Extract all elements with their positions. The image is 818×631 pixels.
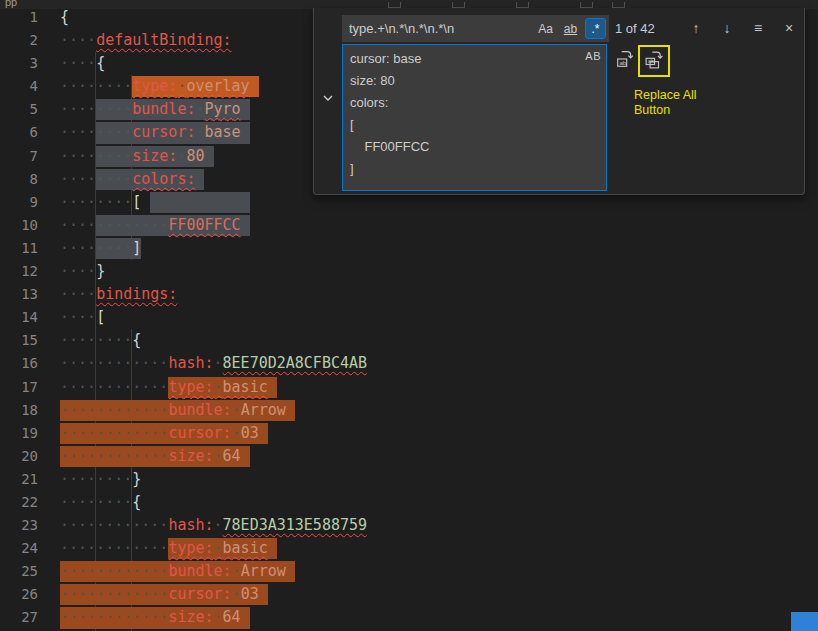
line-number: 12	[0, 260, 46, 283]
annotation-line: Replace All	[634, 88, 697, 103]
line-number: 24	[0, 537, 46, 560]
whitespace-dots: ········	[60, 170, 132, 188]
token-punct: {	[132, 331, 141, 349]
line-number: 10	[0, 214, 46, 237]
line-number: 21	[0, 468, 46, 491]
line-number: 17	[0, 376, 46, 399]
line-number: 27	[0, 606, 46, 629]
annotation-label: Replace All Button	[634, 88, 697, 118]
token-punct: {	[60, 8, 69, 26]
next-match-button[interactable]: ↓	[716, 17, 738, 39]
code-line-18[interactable]: ············bundle:·Arrow	[60, 399, 818, 422]
token-num: 03	[241, 585, 259, 603]
whitespace-dots: ·	[232, 562, 241, 580]
token-punct: ]	[132, 239, 141, 257]
token-key: hash:	[168, 354, 213, 372]
blue-corner-fragment	[791, 612, 818, 631]
whitespace-dots: ····	[60, 31, 96, 49]
token-val: basic	[223, 378, 268, 396]
whitespace-dots: ·	[214, 447, 223, 465]
code-line-13[interactable]: ····bindings:	[60, 283, 818, 306]
regex-toggle[interactable]: .*	[585, 18, 606, 39]
line-number: 15	[0, 329, 46, 352]
whitespace-dots: ········	[60, 77, 132, 95]
code-line-25[interactable]: ············bundle:·Arrow	[60, 560, 818, 583]
code-line-15[interactable]: ········{	[60, 329, 818, 352]
whitespace-dots: ············	[60, 539, 168, 557]
toggle-replace-chevron-button[interactable]	[319, 90, 337, 108]
whitespace-dots: ············	[60, 354, 168, 372]
match-case-toggle[interactable]: Aa	[535, 18, 556, 39]
preserve-case-toggle[interactable]: AB	[585, 50, 601, 62]
code-line-23[interactable]: ············hash:·78ED3A313E588759	[60, 514, 818, 537]
code-line-22[interactable]: ········{	[60, 491, 818, 514]
token-key: type:	[168, 539, 213, 557]
find-in-selection-button[interactable]: ≡	[747, 17, 769, 39]
code-line-24[interactable]: ············type:·basic	[60, 537, 818, 560]
gutter: 1234567891011121314151617181920212223242…	[0, 0, 46, 631]
replace-input[interactable]: cursor: base size: 80 colors: [ FF00FFCC…	[342, 44, 607, 191]
code-line-10[interactable]: ············FF00FFCC	[60, 214, 818, 237]
token-val: base	[205, 123, 241, 141]
replace-all-icon: ab	[645, 51, 663, 69]
code-line-27[interactable]: ············size:·64	[60, 606, 818, 629]
whitespace-dots: ············	[60, 608, 168, 626]
svg-text:ab: ab	[648, 58, 654, 64]
token-key: size:	[168, 447, 213, 465]
whitespace-dots: ············	[60, 378, 168, 396]
code-line-16[interactable]: ············hash:·8EE70D2A8CFBC4AB	[60, 352, 818, 375]
line-number: 7	[0, 145, 46, 168]
code-line-17[interactable]: ············type:·basic	[60, 376, 818, 399]
whitespace-dots: ·	[195, 100, 204, 118]
replace-all-button[interactable]: ab	[642, 49, 667, 74]
whitespace-dots: ········	[60, 493, 132, 511]
replace-icon: ab	[616, 50, 634, 68]
token-key: bindings:	[96, 285, 177, 303]
annotation-highlight-box: ab	[638, 45, 670, 77]
line-number: 5	[0, 98, 46, 121]
code-line-19[interactable]: ············cursor:·03	[60, 422, 818, 445]
whitespace-dots: ·	[214, 608, 223, 626]
token-key: type:	[132, 77, 177, 95]
whitespace-dots: ·	[214, 539, 223, 557]
whitespace-dots: ·	[214, 378, 223, 396]
token-key: size:	[132, 147, 177, 165]
annotation-line: Button	[634, 103, 697, 118]
match-count: 1 of 42	[615, 15, 655, 42]
whitespace-dots: ····	[60, 262, 96, 280]
find-query-text: type.+\n.*\n.*\n.*\n	[349, 21, 535, 36]
whitespace-dots: ········	[60, 470, 132, 488]
whole-word-toggle[interactable]: ab	[560, 18, 581, 39]
token-key: size:	[168, 608, 213, 626]
whitespace-dots: ········	[60, 100, 132, 118]
line-number: 9	[0, 191, 46, 214]
line-number: 25	[0, 560, 46, 583]
find-replace-widget: type.+\n.*\n.*\n.*\n Aa ab .* 1 of 42 ↑ …	[313, 8, 805, 195]
previous-match-button[interactable]: ↑	[685, 17, 707, 39]
whitespace-dots: ········	[60, 147, 132, 165]
code-line-26[interactable]: ············cursor:·03	[60, 583, 818, 606]
close-button[interactable]: ×	[778, 17, 800, 39]
find-input[interactable]: type.+\n.*\n.*\n.*\n Aa ab .*	[342, 15, 609, 42]
token-hex: 8EE70D2A8CFBC4AB	[223, 354, 368, 372]
token-num: 64	[223, 608, 241, 626]
token-val: overlay	[186, 77, 249, 95]
code-line-14[interactable]: ····[	[60, 306, 818, 329]
whitespace-dots: ············	[60, 424, 168, 442]
whitespace-dots: ········	[60, 239, 132, 257]
line-number: 16	[0, 352, 46, 375]
line-number: 23	[0, 514, 46, 537]
chevron-down-icon	[321, 91, 335, 105]
token-hex: 78ED3A313E588759	[223, 516, 368, 534]
code-line-20[interactable]: ············size:·64	[60, 445, 818, 468]
code-line-11[interactable]: ········]	[60, 237, 818, 260]
line-number: 6	[0, 121, 46, 144]
token-key: bundle:	[168, 401, 231, 419]
replace-button[interactable]: ab	[612, 48, 637, 73]
code-line-21[interactable]: ········}	[60, 468, 818, 491]
code-line-12[interactable]: ····}	[60, 260, 818, 283]
whitespace-dots: ············	[60, 447, 168, 465]
token-num: 80	[186, 147, 204, 165]
token-val: Pyro	[205, 100, 241, 118]
whitespace-dots: ····	[60, 308, 96, 326]
